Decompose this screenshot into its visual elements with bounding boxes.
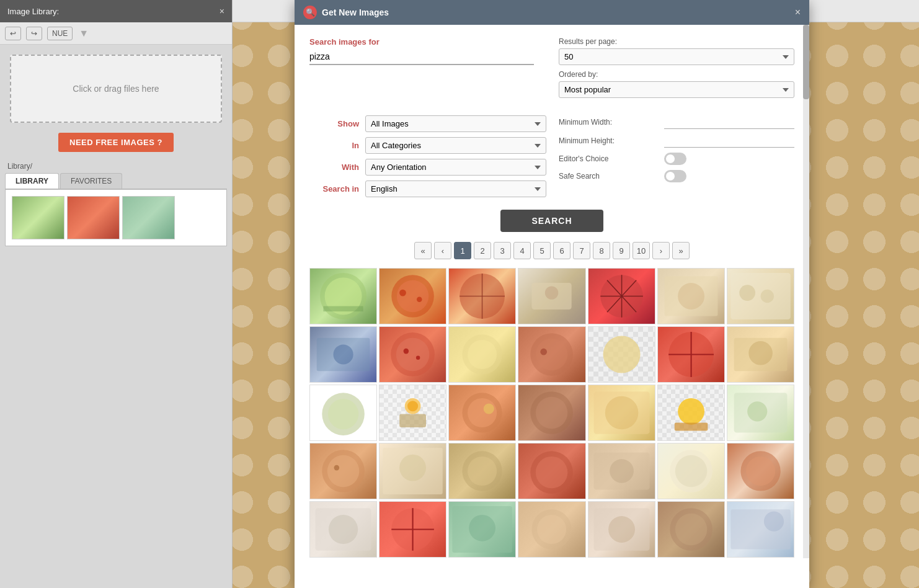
svg-point-32 — [541, 349, 548, 355]
page-2-btn[interactable]: 2 — [474, 242, 491, 259]
list-item[interactable] — [518, 443, 585, 499]
scrollbar-track[interactable] — [803, 25, 809, 558]
list-item[interactable] — [448, 326, 516, 383]
dialog-header: 🔍 Get New Images × — [295, 0, 809, 25]
search-in-select[interactable]: English French Spanish — [365, 180, 546, 197]
undo-button[interactable]: ↩ — [5, 27, 21, 40]
list-item[interactable] — [448, 268, 516, 324]
svg-point-78 — [537, 515, 566, 544]
list-item[interactable] — [657, 443, 725, 499]
safe-search-toggle[interactable] — [664, 170, 686, 182]
editors-choice-toggle[interactable] — [664, 153, 686, 165]
filter-right-panel: Minimum Width: Minimum Height: Editor's … — [559, 115, 794, 182]
list-item[interactable] — [518, 501, 585, 558]
list-item[interactable] — [518, 385, 585, 441]
list-item[interactable] — [727, 268, 794, 324]
results-per-page-select[interactable]: 50 25 100 — [559, 48, 794, 65]
file-drop-zone[interactable]: Click or drag files here — [10, 55, 222, 123]
svg-point-5 — [399, 290, 406, 296]
page-3-btn[interactable]: 3 — [494, 242, 511, 259]
svg-point-11 — [545, 286, 558, 299]
search-button[interactable]: SEARCH — [500, 210, 603, 232]
library-title: Image Library: — [7, 7, 59, 16]
in-select[interactable]: All Categories Nature Food — [365, 137, 546, 154]
search-input[interactable] — [309, 49, 534, 65]
dialog-close-button[interactable]: × — [795, 7, 801, 18]
svg-point-33 — [603, 336, 640, 373]
svg-point-54 — [747, 401, 767, 421]
with-select[interactable]: Any Orientation Horizontal Vertical — [365, 159, 546, 176]
list-item[interactable] — [657, 326, 725, 383]
list-item[interactable] — [727, 326, 794, 383]
svg-point-25 — [396, 338, 430, 372]
list-item[interactable] — [657, 268, 725, 324]
list-item[interactable] — [588, 326, 655, 383]
page-1-btn[interactable]: 1 — [454, 242, 471, 259]
page-first-btn[interactable]: « — [414, 242, 432, 259]
search-in-label: Search in — [309, 184, 359, 194]
list-item[interactable] — [379, 385, 446, 441]
svg-point-65 — [610, 459, 634, 483]
list-item[interactable] — [309, 326, 377, 383]
page-last-btn[interactable]: » — [672, 242, 690, 259]
min-width-input[interactable] — [664, 115, 794, 129]
svg-point-57 — [334, 465, 340, 471]
page-9-btn[interactable]: 9 — [613, 242, 630, 259]
page-prev-btn[interactable]: ‹ — [434, 242, 451, 259]
list-item[interactable] — [727, 385, 794, 441]
list-item[interactable] — [727, 443, 794, 499]
list-item[interactable] — [309, 268, 377, 324]
list-item[interactable] — [588, 501, 655, 558]
page-8-btn[interactable]: 8 — [593, 242, 610, 259]
svg-point-50 — [605, 396, 638, 430]
list-item[interactable] — [122, 196, 175, 239]
svg-rect-2 — [323, 306, 363, 312]
svg-point-46 — [484, 403, 494, 414]
show-select[interactable]: All Images Photos Vectors — [365, 115, 546, 132]
page-10-btn[interactable]: 10 — [633, 242, 650, 259]
page-5-btn[interactable]: 5 — [533, 242, 551, 259]
list-item[interactable] — [379, 268, 446, 324]
tab-favorites[interactable]: FAVORITES — [60, 173, 122, 189]
with-label: With — [309, 163, 359, 172]
library-toolbar: ↩ ↪ NUE ▼ — [0, 22, 232, 45]
list-item[interactable] — [448, 385, 516, 441]
list-item[interactable] — [588, 268, 655, 324]
continue-button[interactable]: NUE — [47, 27, 73, 40]
list-item[interactable] — [309, 385, 377, 441]
svg-point-4 — [397, 280, 428, 312]
list-item[interactable] — [518, 268, 585, 324]
ordered-by-select[interactable]: Most popular Newest Oldest — [559, 81, 794, 98]
min-height-input[interactable] — [664, 134, 794, 148]
list-item[interactable] — [379, 443, 446, 499]
list-item[interactable] — [588, 443, 655, 499]
page-6-btn[interactable]: 6 — [553, 242, 570, 259]
need-images-button[interactable]: NEED FREE IMAGES ? — [58, 133, 174, 152]
safe-search-slider — [664, 170, 686, 182]
svg-point-80 — [608, 516, 635, 543]
list-item[interactable] — [12, 196, 64, 239]
editors-choice-slider — [664, 153, 686, 165]
list-item[interactable] — [448, 501, 516, 558]
scrollbar-thumb[interactable] — [803, 25, 809, 99]
list-item[interactable] — [309, 443, 377, 499]
redo-button[interactable]: ↪ — [26, 27, 42, 40]
list-item[interactable] — [657, 501, 725, 558]
list-item[interactable] — [379, 326, 446, 383]
list-item[interactable] — [657, 385, 725, 441]
page-7-btn[interactable]: 7 — [573, 242, 590, 259]
page-next-btn[interactable]: › — [652, 242, 670, 259]
list-item[interactable] — [518, 326, 585, 383]
svg-rect-43 — [399, 414, 426, 427]
dialog-title: Get New Images — [322, 7, 389, 17]
list-item[interactable] — [309, 501, 377, 558]
ordered-by-label: Ordered by: — [559, 70, 794, 79]
library-close-btn[interactable]: × — [220, 6, 224, 16]
list-item[interactable] — [448, 443, 516, 499]
page-4-btn[interactable]: 4 — [513, 242, 531, 259]
list-item[interactable] — [379, 501, 446, 558]
list-item[interactable] — [727, 501, 794, 558]
list-item[interactable] — [67, 196, 120, 239]
list-item[interactable] — [588, 385, 655, 441]
tab-library[interactable]: LIBRARY — [5, 173, 59, 189]
